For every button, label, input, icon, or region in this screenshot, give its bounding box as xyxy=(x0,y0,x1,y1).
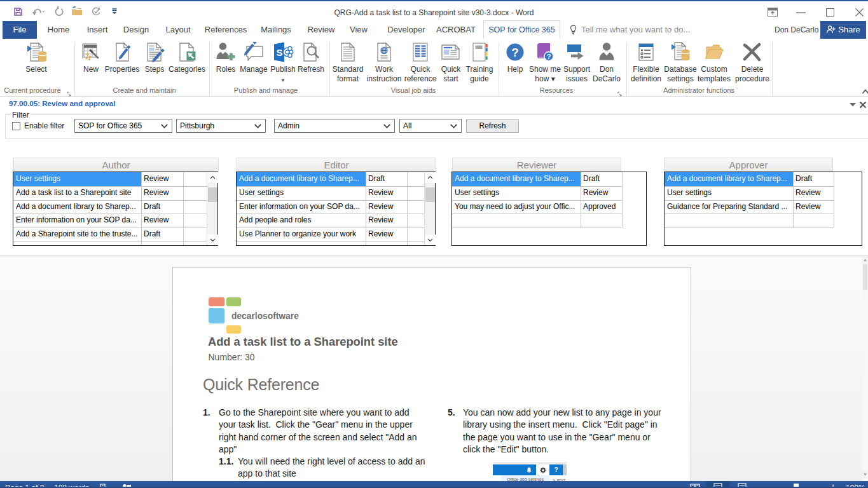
svg-text:S: S xyxy=(277,47,283,58)
svg-text:?: ? xyxy=(547,53,551,60)
svg-text:?: ? xyxy=(511,46,519,59)
